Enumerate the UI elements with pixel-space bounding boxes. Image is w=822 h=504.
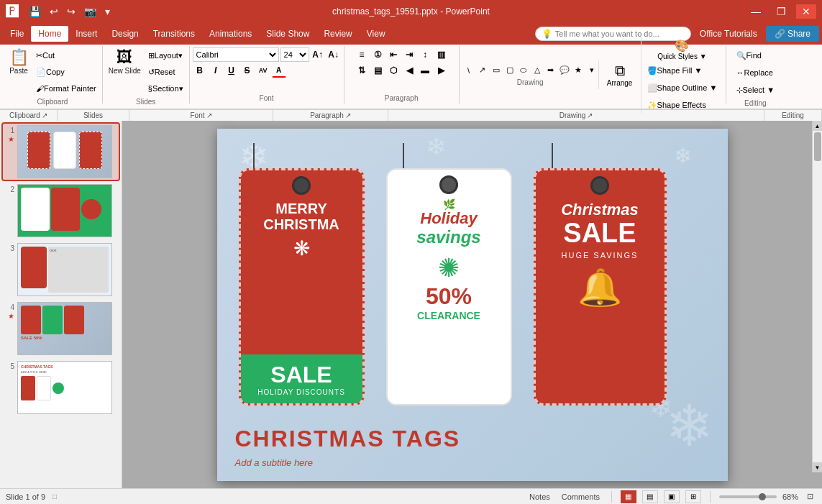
restore-button[interactable]: ❐: [771, 4, 792, 19]
replace-button[interactable]: ↔ Replace: [734, 65, 778, 81]
shape-arrow[interactable]: ↗: [476, 64, 489, 77]
screenshot-button[interactable]: 📷: [81, 4, 99, 19]
font-expand[interactable]: ↗: [206, 111, 212, 119]
shape-rect[interactable]: ▭: [490, 64, 503, 77]
arrange-area: ⧉ Arrange: [598, 60, 641, 89]
font-size-select[interactable]: 24: [280, 47, 309, 62]
slide-img-5[interactable]: CHRISTMAS TAGS ADD A TITLE HERE: [17, 361, 112, 414]
section-button[interactable]: § Section ▾: [145, 81, 186, 96]
shape-rounded-rect[interactable]: ▢: [503, 64, 516, 77]
scroll-up-button[interactable]: ▲: [813, 121, 823, 131]
shape-fill-button[interactable]: 🪣 Shape Fill ▼: [644, 63, 721, 78]
fit-slide-button[interactable]: ⊡: [804, 491, 816, 502]
align-center-button[interactable]: ▬: [418, 63, 432, 78]
paste-button[interactable]: 📋 Paste: [6, 47, 32, 77]
reading-view-button[interactable]: ▣: [664, 490, 680, 503]
slide-thumb-5[interactable]: 5 CHRISTMAS TAGS ADD A TITLE HERE: [3, 359, 119, 416]
tag-red[interactable]: MERRYCHRISTMA ❋ SALE HOLIDAY DISCOUNTS: [239, 168, 365, 406]
slide-sorter-button[interactable]: ▤: [642, 490, 658, 503]
slide-thumb-4[interactable]: 4 ★ SALE 50%: [3, 301, 119, 357]
bold-button[interactable]: B: [193, 63, 207, 78]
menu-slideshow[interactable]: Slide Show: [259, 26, 316, 42]
share-button[interactable]: 🔗 Share: [766, 26, 819, 42]
select-button[interactable]: ⊹ Select ▼: [734, 82, 778, 98]
drawing-expand[interactable]: ↗: [587, 111, 593, 119]
menu-design[interactable]: Design: [104, 26, 145, 42]
tag-white[interactable]: 🌿 Holiday savings ✺ 50% CLEARANCE: [386, 168, 512, 406]
shape-line[interactable]: \: [462, 64, 475, 77]
para-expand[interactable]: ↗: [345, 111, 351, 119]
menu-review[interactable]: Review: [316, 26, 359, 42]
shape-rt-arrow[interactable]: ➡: [544, 64, 557, 77]
increase-font-button[interactable]: A↑: [311, 47, 325, 62]
notes-button[interactable]: Notes: [526, 492, 553, 502]
vertical-scrollbar[interactable]: ▲ ▼: [812, 121, 822, 472]
slide-img-3[interactable]: text: [17, 243, 112, 296]
new-slide-button[interactable]: 🖼 New Slide: [106, 47, 144, 77]
decrease-font-button[interactable]: A↓: [326, 47, 341, 62]
redo-button[interactable]: ↪: [64, 4, 78, 19]
slide-thumb-2[interactable]: 2: [3, 183, 119, 239]
line-spacing-button[interactable]: ↕: [418, 47, 432, 62]
menu-view[interactable]: View: [360, 26, 393, 42]
italic-button[interactable]: I: [209, 63, 223, 78]
slide-img-1[interactable]: [17, 125, 112, 178]
arrange-button[interactable]: ⧉ Arrange: [602, 60, 638, 89]
convert-smartart-button[interactable]: ⬡: [386, 63, 401, 78]
slide-img-4[interactable]: SALE 50%: [17, 302, 112, 355]
undo-button[interactable]: ↩: [47, 4, 61, 19]
layout-button[interactable]: ⊞ Layout ▾: [145, 47, 186, 63]
slide-thumb-1[interactable]: 1 ★: [3, 124, 119, 180]
align-text-button[interactable]: ▤: [370, 63, 385, 78]
menu-file[interactable]: File: [3, 26, 31, 42]
scroll-down-button[interactable]: ▼: [813, 462, 823, 472]
numbering-button[interactable]: ①: [370, 47, 385, 62]
shape-more[interactable]: ▾: [585, 64, 598, 77]
slide-thumb-3[interactable]: 3 text: [3, 242, 119, 298]
comments-button[interactable]: Comments: [559, 492, 603, 502]
reset-button[interactable]: ↺ Reset: [145, 64, 186, 80]
decrease-indent-button[interactable]: ⇤: [386, 47, 401, 62]
tag-red2[interactable]: Christmas SALE HUGE SAVINGS 🔔: [534, 168, 667, 406]
close-button[interactable]: ✕: [796, 4, 816, 19]
scroll-thumb[interactable]: [814, 132, 821, 161]
menu-animations[interactable]: Animations: [202, 26, 259, 42]
menu-transitions[interactable]: Transitions: [146, 26, 202, 42]
shape-triangle[interactable]: △: [531, 64, 544, 77]
minimize-button[interactable]: —: [745, 4, 767, 19]
underline-button[interactable]: U: [224, 63, 239, 78]
slide-panel[interactable]: 1 ★ 2 3: [0, 121, 122, 488]
columns-button[interactable]: ▥: [434, 47, 448, 62]
quick-styles-button[interactable]: 🎨 Quick Styles ▼: [654, 37, 709, 63]
shape-outline-button[interactable]: ⬜ Shape Outline ▼: [644, 80, 721, 96]
font-color-button[interactable]: A: [272, 63, 286, 78]
kern-button[interactable]: AV: [256, 63, 270, 78]
normal-view-button[interactable]: ▦: [621, 490, 636, 503]
font-name-select[interactable]: Calibri: [193, 47, 279, 62]
increase-indent-button[interactable]: ⇥: [402, 47, 416, 62]
align-right-button[interactable]: ▶: [434, 63, 448, 78]
clipboard-expand[interactable]: ↗: [42, 111, 47, 119]
qat-dropdown-button[interactable]: ▾: [102, 4, 113, 19]
shape-callout[interactable]: 💬: [558, 64, 571, 77]
canvas-area[interactable]: ❄ ❄ ❄ ❄ ❄ MERRYCHRISTMA ❋ SALE HOLIDAY D…: [122, 121, 822, 488]
bullets-button[interactable]: ≡: [355, 47, 369, 62]
zoom-thumb[interactable]: [759, 493, 766, 500]
find-button[interactable]: 🔍 Find: [734, 47, 778, 63]
format-painter-button[interactable]: 🖌 Format Painter: [33, 81, 99, 96]
text-direction-button[interactable]: ⇅: [355, 63, 369, 78]
shape-star[interactable]: ★: [572, 64, 585, 77]
shape-oval[interactable]: ⬭: [517, 64, 530, 77]
scroll-track[interactable]: [813, 131, 823, 462]
slideshow-view-button[interactable]: ⊞: [685, 490, 701, 503]
save-button[interactable]: 💾: [26, 4, 44, 19]
align-left-button[interactable]: ◀: [402, 63, 416, 78]
zoom-slider[interactable]: [719, 495, 777, 498]
cut-button[interactable]: ✂ Cut: [33, 47, 99, 63]
slide-canvas[interactable]: ❄ ❄ ❄ ❄ ❄ MERRYCHRISTMA ❋ SALE HOLIDAY D…: [217, 129, 728, 481]
copy-button[interactable]: 📄 Copy: [33, 64, 99, 80]
slide-img-2[interactable]: [17, 184, 112, 237]
strikethrough-button[interactable]: S: [240, 63, 255, 78]
menu-insert[interactable]: Insert: [68, 26, 104, 42]
menu-home[interactable]: Home: [31, 26, 68, 42]
